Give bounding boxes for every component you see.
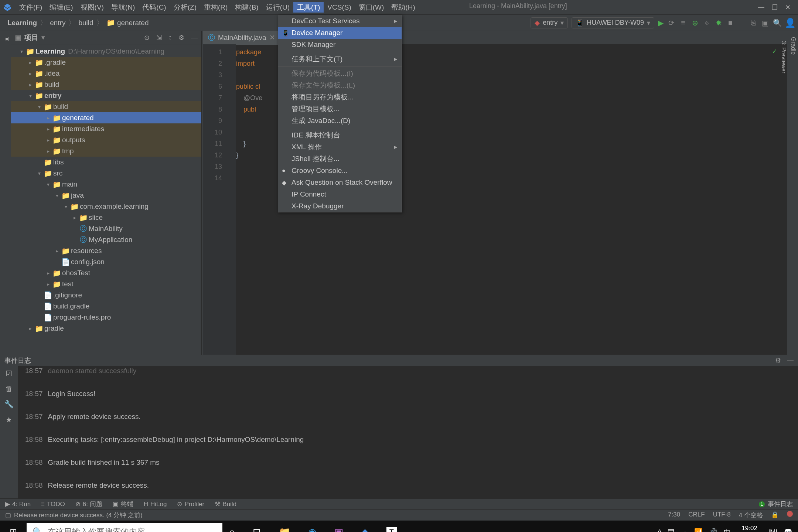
tray-m-icon[interactable]: |M| — [768, 528, 777, 532]
breadcrumb[interactable]: 📁 generated — [104, 18, 151, 27]
gear-icon[interactable]: ⚙ — [178, 34, 184, 42]
lock-icon[interactable]: 🔒 — [771, 511, 779, 519]
menu-item[interactable]: ●Groovy Console... — [278, 165, 402, 177]
volume-icon[interactable]: 🔊 — [709, 528, 717, 532]
avatar-icon[interactable]: 👤 — [785, 18, 793, 28]
tree-row[interactable]: ⒸMyApplication — [11, 234, 201, 245]
menu-item[interactable]: 📱Device Manager — [278, 27, 402, 39]
tree-row[interactable]: ▸📁slice — [11, 212, 201, 223]
tray-chevron-icon[interactable]: ^ — [658, 528, 661, 532]
tree-row[interactable]: ▸📁tmp — [11, 146, 201, 157]
encoding[interactable]: UTF-8 — [713, 511, 731, 519]
text-app-icon[interactable]: T — [386, 527, 397, 532]
tree-row[interactable]: ▸📁outputs — [11, 134, 201, 146]
tree-row[interactable]: ⒸMainAbility — [11, 223, 201, 234]
expand-icon[interactable]: ⇲ — [156, 34, 162, 42]
taskbar-clock[interactable]: 19:02 2021/9/5 — [737, 525, 761, 532]
star-icon[interactable]: ★ — [6, 415, 12, 424]
bottom-tab[interactable]: ⚒Build — [215, 500, 236, 508]
tree-row[interactable]: ▾📁java — [11, 190, 201, 201]
git-icon[interactable]: ⎘ — [749, 18, 757, 27]
run-config-selector[interactable]: ◆entry▾ — [531, 17, 568, 28]
trash-icon[interactable]: 🗑 — [5, 385, 13, 393]
filter-icon[interactable]: ☑ — [6, 369, 12, 378]
hide-icon[interactable]: — — [191, 34, 198, 42]
ide-icon[interactable]: ▣ — [334, 526, 344, 532]
cortana-icon[interactable]: ○ — [229, 526, 235, 532]
menu-item[interactable]: 管理项目模板... — [278, 103, 402, 115]
tree-row[interactable]: 📄build.gradle — [11, 301, 201, 312]
bottom-tab[interactable]: ⊘6: 问题 — [75, 500, 102, 508]
menu-item[interactable]: 生成 JavaDoc...(D) — [278, 115, 402, 127]
menu-item[interactable]: ◆Ask Question on Stack Overflow — [278, 177, 402, 188]
tree-row[interactable]: 📄proguard-rules.pro — [11, 312, 201, 323]
bottom-tab[interactable]: ▣终端 — [113, 500, 133, 508]
tree-row[interactable]: ▸📁ohosTest — [11, 267, 201, 279]
run-button[interactable]: ▶ — [658, 18, 664, 27]
tree-row[interactable]: ▾📁Learning D:\HarmonyOS\demo\Learning — [11, 46, 201, 57]
menu-item[interactable]: 任务和上下文(T)▶ — [278, 53, 402, 65]
menu-item[interactable]: XML 操作▶ — [278, 141, 402, 153]
close-button[interactable]: ✕ — [785, 3, 791, 11]
tree-row[interactable]: ▸📁.gradle — [11, 57, 201, 68]
menu-0[interactable]: 文件(F) — [16, 2, 46, 13]
tree-row[interactable]: 📁libs — [11, 157, 201, 168]
menu-item[interactable]: 保存为代码模板...(I) — [278, 68, 402, 79]
menu-item[interactable]: IP Connect — [278, 188, 402, 200]
bottom-tab[interactable]: ▶4: Run — [5, 500, 31, 508]
breadcrumb[interactable]: entry — [48, 18, 68, 27]
error-indicator[interactable] — [787, 511, 793, 517]
edge-icon[interactable]: ◉ — [308, 526, 317, 532]
bottom-tab[interactable]: ≡TODO — [41, 500, 65, 508]
menu-item[interactable]: SDK Manager — [278, 39, 402, 51]
ime-indicator[interactable]: 中 — [724, 528, 730, 532]
wrench-icon[interactable]: 🔧 — [4, 400, 14, 409]
menu-5[interactable]: 分析(Z) — [170, 2, 200, 13]
project-tree[interactable]: ▾📁Learning D:\HarmonyOS\demo\Learning▸📁.… — [11, 44, 201, 355]
cloud-icon[interactable]: ☁ — [681, 528, 688, 532]
tree-row[interactable]: ▸📁resources — [11, 245, 201, 256]
coverage-icon[interactable]: ≡ — [679, 18, 687, 27]
collapse-icon[interactable]: ↕ — [168, 34, 172, 42]
menu-11[interactable]: 窗口(W) — [355, 2, 388, 13]
device-selector[interactable]: 📱HUAWEI DBY-W09▾ — [572, 17, 654, 28]
menu-8[interactable]: 运行(U) — [262, 2, 293, 13]
breadcrumb[interactable]: build — [76, 18, 95, 27]
indent[interactable]: 4 个空格 — [739, 511, 763, 519]
taskview-icon[interactable]: ⊟ — [253, 526, 261, 532]
gradle-tool-tab[interactable]: Gradle — [788, 34, 798, 355]
menu-1[interactable]: 编辑(E) — [46, 2, 76, 13]
battery-icon[interactable]: 🗔 — [668, 528, 674, 532]
event-hide-icon[interactable]: — — [787, 357, 794, 365]
deveco-icon[interactable]: ◆ — [361, 526, 369, 532]
menu-9[interactable]: 工具(T) — [293, 2, 324, 13]
bottom-tab[interactable]: HHiLog — [144, 500, 167, 508]
menu-7[interactable]: 构建(B) — [231, 2, 262, 13]
search-icon[interactable]: 🔍 — [773, 18, 781, 27]
tree-row[interactable]: 📄.gitignore — [11, 290, 201, 301]
menu-item[interactable]: 将项目另存为模板... — [278, 91, 402, 103]
maximize-button[interactable]: ❐ — [772, 3, 778, 11]
taskbar-search[interactable]: 🔍 在这里输入你要搜索的内容 — [27, 523, 222, 532]
stop-icon[interactable]: ■ — [726, 18, 734, 27]
tree-row[interactable]: ▸📁build — [11, 79, 201, 90]
tree-row[interactable]: ▸📁.idea — [11, 68, 201, 79]
menu-item[interactable]: DevEco Test Services▶ — [278, 15, 402, 27]
bug-icon[interactable]: ✸ — [715, 18, 723, 27]
menu-item[interactable]: IDE 脚本控制台 — [278, 129, 402, 141]
tree-row[interactable]: ▾📁entry — [11, 90, 201, 101]
menu-6[interactable]: 重构(R) — [200, 2, 231, 13]
menu-item[interactable]: 保存文件为模板...(L) — [278, 79, 402, 91]
attach-icon[interactable]: ⟐ — [703, 18, 711, 27]
debug-icon[interactable]: ⟳ — [667, 18, 675, 27]
event-log-tab[interactable]: 事件日志 — [768, 500, 793, 508]
menu-item[interactable]: X-Ray Debugger — [278, 200, 402, 212]
tree-row[interactable]: 📄config.json — [11, 256, 201, 267]
tree-row[interactable]: ▸📁generated — [11, 112, 201, 123]
tree-row[interactable]: ▸📁gradle — [11, 323, 201, 334]
breadcrumb[interactable]: Learning — [5, 18, 39, 27]
line-sep[interactable]: CRLF — [688, 511, 705, 519]
minimize-button[interactable]: — — [758, 3, 764, 11]
notifications-icon[interactable]: 💬 — [784, 528, 792, 532]
tree-row[interactable]: ▾📁build — [11, 101, 201, 112]
